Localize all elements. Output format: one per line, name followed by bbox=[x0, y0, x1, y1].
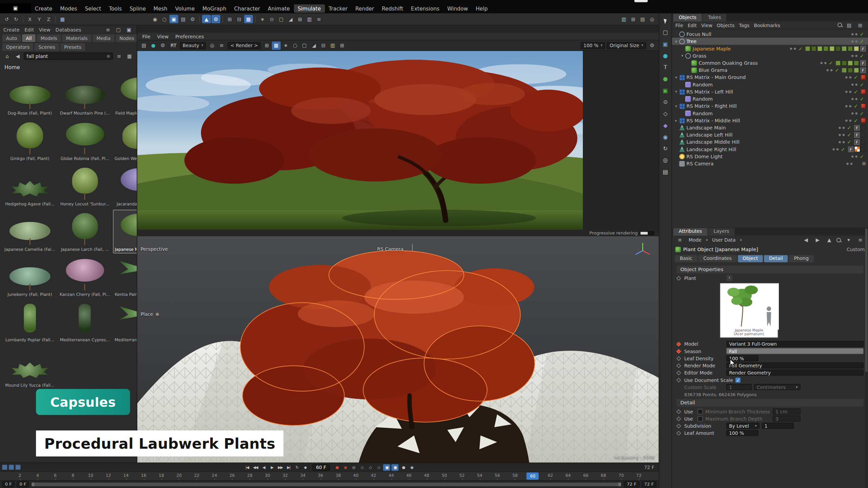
editor-visibility-dot[interactable] bbox=[851, 112, 853, 115]
fields-tag[interactable]: F bbox=[848, 146, 853, 152]
select-tool-icon[interactable] bbox=[660, 16, 670, 25]
expand-plant-button[interactable]: › bbox=[726, 275, 732, 281]
browser-menu-databases[interactable]: Databases bbox=[56, 27, 81, 32]
om-menu-view[interactable]: View bbox=[701, 22, 712, 28]
asset-item[interactable]: Globe Robinia (Fall, Pl... bbox=[58, 119, 112, 163]
vp-menu-view[interactable]: View bbox=[157, 34, 169, 39]
vp-menu-preferences[interactable]: Preferences bbox=[175, 34, 204, 39]
scale-tool-icon[interactable]: ◇ bbox=[660, 109, 670, 119]
footer-icon[interactable] bbox=[9, 465, 14, 470]
region-box-icon[interactable]: ▢ bbox=[300, 41, 309, 49]
render-visibility-dot[interactable] bbox=[836, 148, 839, 150]
editor-visibility-dot[interactable] bbox=[851, 98, 853, 100]
attr-tab-object[interactable]: Object bbox=[738, 255, 763, 262]
object-row[interactable]: RS Dome Light✓ bbox=[672, 153, 868, 160]
object-row[interactable]: Focus Null✓ bbox=[672, 30, 868, 38]
spline-tool-icon[interactable]: ⊙ bbox=[268, 15, 276, 23]
denoise-icon[interactable]: ∗ bbox=[281, 41, 290, 49]
frame-tick[interactable]: 18 bbox=[159, 473, 164, 478]
render-visibility-dot[interactable] bbox=[849, 105, 851, 107]
om-menu-tags[interactable]: Tags bbox=[739, 22, 750, 28]
render-pass-dropdown[interactable]: Beauty▾ bbox=[180, 42, 206, 49]
redshift-object-tag[interactable] bbox=[861, 103, 866, 108]
texture-thumb[interactable] bbox=[848, 60, 853, 65]
enabled-check[interactable]: ✓ bbox=[859, 53, 865, 58]
rt-toggle[interactable]: RT bbox=[169, 43, 178, 48]
render-visibility-dot[interactable] bbox=[842, 126, 845, 129]
texture-thumb[interactable] bbox=[854, 67, 859, 73]
magic-solver-icon[interactable]: ∗ bbox=[258, 15, 267, 23]
asset-item[interactable]: Mediterranean Dwarf ... bbox=[113, 301, 137, 344]
fields-tag[interactable]: F bbox=[860, 60, 866, 65]
asset-item[interactable]: Dwarf Mountain Pine (... bbox=[58, 74, 112, 117]
rotate-tool-icon[interactable]: ◉ bbox=[660, 132, 670, 142]
menu-tracker[interactable]: Tracker bbox=[325, 4, 352, 12]
asset-item[interactable]: Golden Weeping Willo... bbox=[113, 119, 137, 163]
material-thumb[interactable] bbox=[860, 125, 866, 130]
render-camera-dropdown[interactable]: < Render > bbox=[228, 42, 261, 49]
menu-tools[interactable]: Tools bbox=[105, 4, 126, 12]
asset-item[interactable]: Mound Lily Yucca (Fall... bbox=[3, 346, 57, 389]
object-row[interactable]: Random✓ bbox=[672, 95, 868, 102]
object-row[interactable]: ▾RS Matrix - Left Hill✓ bbox=[672, 88, 868, 95]
asset-item[interactable]: Juneberry (Fall, Plant) bbox=[3, 255, 57, 299]
frame-tick[interactable]: 46 bbox=[406, 473, 412, 478]
object-row[interactable]: ▾Tree✓ bbox=[672, 38, 868, 45]
asset-item[interactable]: Mediterranean Cypres... bbox=[58, 301, 112, 344]
frame-tick[interactable]: 28 bbox=[247, 473, 253, 478]
frame-tick[interactable]: 34 bbox=[300, 473, 305, 478]
render-visibility-dot[interactable] bbox=[855, 83, 857, 86]
redshift-object-tag[interactable] bbox=[861, 75, 866, 80]
browser-menu-view[interactable]: View bbox=[39, 27, 51, 32]
texture-thumb[interactable] bbox=[805, 46, 810, 51]
enabled-check[interactable]: ✓ bbox=[853, 75, 859, 80]
render-visibility-dot[interactable] bbox=[824, 62, 826, 64]
keyframe-diamond[interactable] bbox=[676, 349, 681, 353]
fields-tag[interactable]: F bbox=[860, 67, 866, 73]
season-field[interactable]: Fall bbox=[726, 348, 864, 354]
asset-item[interactable]: Japanese Larch (Fall, ... bbox=[58, 210, 112, 253]
back-icon[interactable]: ◀ bbox=[13, 52, 22, 60]
keyframe-diamond[interactable] bbox=[676, 363, 681, 368]
texture-thumb[interactable] bbox=[848, 46, 853, 51]
keyframe-diamond[interactable] bbox=[676, 378, 681, 382]
menu-modes[interactable]: Modes bbox=[56, 4, 81, 12]
goto-end-button[interactable]: ▶| bbox=[285, 464, 292, 471]
sphere-primitive-icon[interactable]: ● bbox=[660, 51, 670, 60]
back-icon[interactable]: ◀ bbox=[802, 236, 810, 244]
preview-start-field[interactable]: 0 F bbox=[17, 481, 29, 487]
frame-tick[interactable]: 32 bbox=[282, 473, 288, 478]
selection-icon[interactable]: ○ bbox=[160, 15, 169, 23]
expander-icon[interactable]: ▾ bbox=[674, 104, 679, 108]
menu-select[interactable]: Select bbox=[81, 4, 105, 12]
falloff-icon[interactable]: ◢ bbox=[286, 15, 295, 23]
object-row[interactable]: ▸RS Matrix - Middle Hill✓ bbox=[672, 117, 868, 124]
preview-range-slider[interactable] bbox=[31, 482, 622, 487]
frame-tick[interactable]: 42 bbox=[371, 473, 376, 478]
editor-visibility-dot[interactable] bbox=[851, 40, 853, 42]
frame-tick[interactable]: 16 bbox=[141, 473, 146, 478]
snap-grid-icon[interactable]: ⊞ bbox=[225, 15, 234, 23]
fields-tag[interactable]: F bbox=[860, 46, 866, 51]
object-row[interactable]: ▾Grass✓ bbox=[672, 52, 868, 59]
render-visibility-dot[interactable] bbox=[855, 33, 857, 35]
tab-materials[interactable]: Materials bbox=[62, 34, 91, 42]
editor-visibility-dot[interactable] bbox=[839, 141, 841, 143]
timeline-ruler[interactable]: 2468101214161820222426283032343638404244… bbox=[0, 471, 659, 480]
cube-primitive-icon[interactable]: ▣ bbox=[660, 39, 670, 49]
editor-visibility-dot[interactable] bbox=[845, 90, 847, 93]
menu-mograph[interactable]: MoGraph bbox=[199, 4, 230, 12]
key-position-button[interactable]: ◇ bbox=[358, 464, 366, 471]
frame-tick[interactable]: 58 bbox=[512, 473, 518, 478]
expander-icon[interactable]: ▾ bbox=[674, 89, 679, 94]
size-dropdown[interactable]: Original Size▾ bbox=[607, 42, 646, 49]
browser-menu-edit[interactable]: Edit bbox=[24, 27, 34, 32]
preview-end-field[interactable]: 72 F bbox=[624, 481, 639, 487]
simulate-settings-icon[interactable]: ⚙ bbox=[212, 15, 220, 23]
material-thumb[interactable] bbox=[860, 146, 866, 152]
layout-sphere-icon[interactable]: ◎ bbox=[648, 15, 656, 23]
subtab-scenes[interactable]: Scenes bbox=[35, 43, 59, 51]
enabled-check[interactable]: ✓ bbox=[859, 96, 865, 101]
render-visibility-dot[interactable] bbox=[855, 55, 857, 57]
frame-tick[interactable]: 50 bbox=[442, 473, 447, 478]
